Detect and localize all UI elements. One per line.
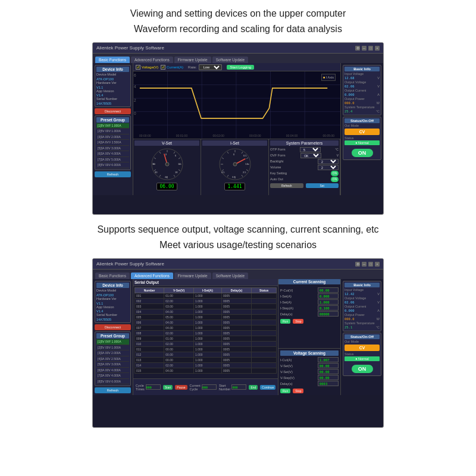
start-sequence-btn[interactable]: Start bbox=[163, 385, 173, 390]
vset-stop-input[interactable] bbox=[318, 369, 339, 374]
rate-select[interactable]: Low High bbox=[199, 64, 222, 70]
run-current-btn[interactable]: Run bbox=[280, 319, 290, 324]
preset2-item-5[interactable]: [5]3A 00V 3.000A bbox=[96, 362, 129, 368]
refresh-button-2[interactable]: Refresh bbox=[95, 387, 131, 393]
cycle-times-input[interactable] bbox=[146, 384, 161, 390]
delay-vs-row: Delay(s) bbox=[280, 381, 339, 386]
delay-cs-label: Delay(s) bbox=[280, 312, 292, 316]
preset2-item-1[interactable]: [1]5V 0VF 1.000A bbox=[96, 339, 129, 345]
preset-item-7[interactable]: [7]3A 00V 5.000A bbox=[96, 157, 129, 163]
stop-voltage-btn[interactable]: Stop bbox=[293, 389, 303, 393]
table-row[interactable]: 00101.001.0000005 bbox=[135, 293, 277, 299]
table-row[interactable]: 00704.001.0000005 bbox=[135, 325, 277, 331]
vstep-input[interactable] bbox=[318, 375, 339, 380]
disconnect-button[interactable]: Disconnect bbox=[95, 108, 131, 114]
tab2-firmware[interactable]: Firmware Update bbox=[174, 273, 211, 279]
sys-params-title: System Parameters bbox=[270, 140, 339, 146]
close-btn-1[interactable]: × bbox=[375, 46, 380, 51]
preset-item-5[interactable]: [5]3A 00V 3.000A bbox=[96, 146, 129, 152]
tab2-software[interactable]: Software Update bbox=[212, 273, 248, 279]
output-voltage-unit: V bbox=[377, 84, 380, 88]
sys-temp-label: System Temperature bbox=[345, 105, 375, 109]
iset-stop-input[interactable] bbox=[318, 299, 339, 305]
iset-start-input[interactable] bbox=[318, 293, 339, 299]
pause-btn[interactable]: Pause bbox=[175, 385, 187, 390]
settings-icon[interactable]: ⚙ bbox=[355, 46, 360, 51]
table-row[interactable]: 01002.001.0000005 bbox=[135, 342, 277, 347]
table-row[interactable]: 01200.001.0000005 bbox=[135, 352, 277, 358]
current-scanning-fields: P-Cut(V) I-Set(A) I-Set(A) I-Step(A) bbox=[278, 286, 340, 348]
tab-basic-functions[interactable]: Basic Functions bbox=[95, 57, 130, 63]
preset-item-8[interactable]: [8]5V 00V 6.000A bbox=[96, 162, 129, 168]
maximize-btn-2[interactable]: □ bbox=[368, 262, 373, 267]
table-row[interactable]: 00604.001.0000005 bbox=[135, 320, 277, 325]
preset2-item-3[interactable]: [3]3A 00V 2.000A bbox=[96, 350, 129, 356]
preset-item-1[interactable]: [1]5V 0VF 1.000A bbox=[96, 123, 129, 129]
pcut-input[interactable] bbox=[318, 287, 339, 293]
backlight-select[interactable]: 2 bbox=[318, 159, 339, 164]
current-cycle-input[interactable] bbox=[202, 384, 217, 390]
minimize-btn[interactable]: ─ bbox=[362, 46, 367, 51]
device-info-title: Device Info bbox=[96, 67, 129, 72]
refresh-button[interactable]: Refresh bbox=[95, 171, 131, 177]
key-setting-toggle[interactable]: ON bbox=[331, 171, 339, 176]
preset-item-6[interactable]: [6]3A 00V 4.000A bbox=[96, 151, 129, 157]
end-btn[interactable]: End bbox=[249, 385, 258, 390]
voltage-label: Voltage(V) bbox=[142, 65, 158, 69]
auto-out-toggle[interactable]: ON bbox=[331, 177, 339, 182]
set-params-btn[interactable]: Set bbox=[306, 183, 339, 188]
preset2-item-6[interactable]: [6]3A 00V 4.000A bbox=[96, 368, 129, 374]
istep-input[interactable] bbox=[318, 305, 339, 311]
table-row[interactable]: 01300.001.0000005 bbox=[135, 358, 277, 363]
output-power-value: 000.0 bbox=[345, 101, 355, 105]
start-logging-button[interactable]: Start Logging bbox=[227, 65, 254, 70]
header-text-1: Viewing and setting devices on the upper… bbox=[130, 6, 346, 36]
svg-text:3.5: 3.5 bbox=[232, 176, 236, 178]
preset-item-4[interactable]: [4]3A 6VV 2.500A bbox=[96, 140, 129, 146]
stop-current-btn[interactable]: Stop bbox=[293, 319, 303, 324]
run-voltage-btn[interactable]: Run bbox=[280, 389, 290, 393]
preset2-item-4[interactable]: [4]3A 00V 2.500A bbox=[96, 356, 129, 362]
table-row[interactable]: 00404.001.0000005 bbox=[135, 309, 277, 315]
preset2-item-7[interactable]: [7]3A 00V 4.000A bbox=[96, 373, 129, 379]
maximize-btn[interactable]: □ bbox=[368, 46, 373, 51]
delay-vs-input[interactable] bbox=[318, 381, 339, 386]
refresh-params-btn[interactable]: Refresh bbox=[270, 183, 303, 188]
screenshot-2: Alientek Power Supply Software ⚙ ─ □ × B… bbox=[92, 258, 384, 428]
on-badge-2[interactable]: ON bbox=[352, 365, 373, 373]
preset2-item-8[interactable]: [8]5V 00V 6.000A bbox=[96, 379, 129, 385]
preset-item-2[interactable]: [2]5V 00V 1.000A bbox=[96, 129, 129, 134]
tab2-basic[interactable]: Basic Functions bbox=[95, 273, 130, 279]
ovf-select[interactable]: OK bbox=[300, 153, 321, 158]
tab2-advanced[interactable]: Advanced Functions bbox=[131, 273, 173, 279]
vset-start-input[interactable] bbox=[318, 363, 339, 368]
table-row[interactable]: 00202.001.0000005 bbox=[135, 299, 277, 304]
close-btn-2[interactable]: × bbox=[375, 262, 380, 267]
table-row[interactable]: 00505.001.0000005 bbox=[135, 315, 277, 320]
svg-text:4: 4 bbox=[134, 84, 136, 89]
voltage-checkbox[interactable]: ✓ Voltage(V) bbox=[136, 65, 158, 70]
settings-icon-2[interactable]: ⚙ bbox=[355, 262, 360, 267]
icut-input[interactable] bbox=[318, 357, 339, 362]
preset-item-3[interactable]: [3]3A 00V 2.000A bbox=[96, 134, 129, 140]
table-row[interactable]: 00901.001.0000005 bbox=[135, 336, 277, 342]
start-number-input[interactable] bbox=[231, 384, 246, 390]
disconnect-button-2[interactable]: Disconnect bbox=[95, 324, 131, 330]
chart-toolbar: ✓ Voltage(V) ✓ Current(A) Rate: Low High… bbox=[133, 63, 340, 71]
tab-software-update[interactable]: Software Update bbox=[212, 57, 248, 63]
on-badge[interactable]: ON bbox=[352, 149, 373, 157]
preset2-item-2[interactable]: [2]5V 00V 1.000A bbox=[96, 345, 129, 351]
tab-advanced-functions[interactable]: Advanced Functions bbox=[131, 57, 173, 63]
table-row[interactable]: 01402.001.0000005 bbox=[135, 363, 277, 368]
continue-btn[interactable]: Continue bbox=[260, 385, 275, 390]
table-row[interactable]: 00802.001.0000005 bbox=[135, 331, 277, 336]
table-row[interactable]: 00303.001.0000005 bbox=[135, 304, 277, 309]
table-row[interactable]: 01100.001.0000005 bbox=[135, 347, 277, 352]
minimize-btn-2[interactable]: ─ bbox=[362, 262, 367, 267]
otp-select[interactable]: 5 bbox=[300, 147, 321, 152]
table-row[interactable]: 01504.001.0000005 bbox=[135, 368, 277, 374]
delay-cs-input[interactable] bbox=[318, 311, 339, 317]
tab-firmware-update[interactable]: Firmware Update bbox=[174, 57, 211, 63]
volume-select[interactable]: 2 bbox=[318, 165, 339, 170]
current-checkbox[interactable]: ✓ Current(A) bbox=[161, 65, 183, 70]
